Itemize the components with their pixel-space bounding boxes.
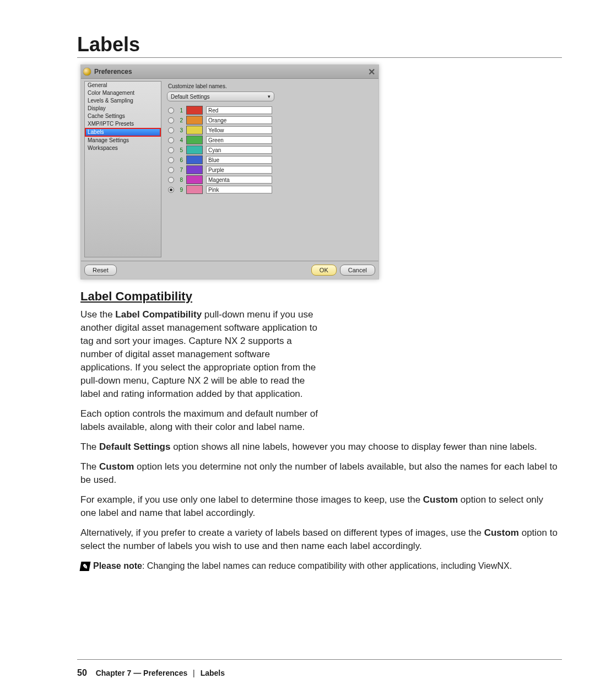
footer-chapter: Chapter 7 — Preferences (96, 669, 188, 677)
section-heading: Label Compatibility (80, 289, 562, 304)
body-p1: Use the Label Compatibility pull-down me… (80, 308, 323, 401)
chevron-down-icon: ▾ (268, 94, 271, 99)
label-number: 8 (177, 177, 183, 183)
label-number: 3 (177, 127, 183, 133)
label-radio-1[interactable] (168, 107, 174, 114)
dropdown-value: Default Settings (171, 94, 210, 100)
label-swatch-yellow (186, 126, 203, 134)
sidebar-item-general[interactable]: General (85, 82, 161, 89)
sidebar-item-display[interactable]: Display (85, 105, 161, 112)
label-name-input-6[interactable]: Blue (206, 156, 272, 164)
sidebar-item-xmp-iptc-presets[interactable]: XMP/IPTC Presets (85, 120, 161, 128)
label-swatch-red (186, 106, 203, 115)
label-radio-7[interactable] (168, 167, 174, 173)
label-swatch-orange (186, 116, 203, 125)
label-radio-3[interactable] (168, 127, 174, 133)
body-p4: The Custom option lets you determine not… (80, 460, 559, 487)
dialog-titlebar: Preferences ✕ (81, 65, 378, 79)
body-p2: Each option controls the maximum and def… (80, 407, 323, 434)
label-radio-6[interactable] (168, 157, 174, 163)
label-name-input-7[interactable]: Purple (206, 166, 272, 174)
preferences-dialog: Preferences ✕ GeneralColor ManagementLev… (80, 64, 379, 279)
label-swatch-green (186, 136, 203, 144)
label-number: 6 (177, 157, 183, 163)
sidebar-item-manage-settings[interactable]: Manage Settings (85, 137, 161, 144)
label-swatch-pink (186, 185, 203, 194)
label-row-4: 4Green (168, 136, 373, 144)
sidebar-item-color-management[interactable]: Color Management (85, 89, 161, 97)
preferences-sidebar: GeneralColor ManagementLevels & Sampling… (84, 81, 161, 257)
label-row-9: 9Pink (168, 185, 373, 194)
label-name-input-1[interactable]: Red (206, 106, 272, 114)
body-p5: For example, if you use only one label t… (80, 493, 559, 520)
label-name-input-2[interactable]: Orange (206, 116, 272, 124)
label-swatch-cyan (186, 146, 203, 154)
label-radio-9[interactable] (168, 187, 174, 193)
body-p3: The Default Settings option shows all ni… (80, 440, 559, 454)
label-swatch-blue (186, 155, 203, 164)
label-name-input-4[interactable]: Green (206, 136, 272, 144)
body-p6: Alternatively, if you prefer to create a… (80, 526, 559, 553)
label-number: 9 (177, 187, 183, 193)
panel-heading: Customize label names. (168, 83, 373, 89)
label-row-6: 6Blue (168, 155, 373, 164)
label-row-8: 8Magenta (168, 175, 373, 184)
label-row-3: 3Yellow (168, 126, 373, 134)
label-radio-5[interactable] (168, 147, 174, 153)
label-number: 7 (177, 167, 183, 173)
label-row-1: 1Red (168, 106, 373, 115)
dialog-title: Preferences (94, 68, 132, 76)
label-number: 1 (177, 107, 183, 114)
label-name-input-8[interactable]: Magenta (206, 176, 272, 184)
note-icon: ✎ (80, 562, 91, 571)
sidebar-item-workspaces[interactable]: Workspaces (85, 144, 161, 152)
label-radio-2[interactable] (168, 117, 174, 123)
app-icon (83, 68, 91, 76)
sidebar-item-labels[interactable]: Labels (85, 128, 161, 137)
page-footer: 50 Chapter 7 — Preferences | Labels (0, 663, 595, 678)
label-number: 4 (177, 137, 183, 143)
label-name-input-5[interactable]: Cyan (206, 146, 272, 154)
footer-section: Labels (201, 669, 225, 677)
label-row-5: 5Cyan (168, 146, 373, 154)
label-number: 5 (177, 147, 183, 153)
label-radio-8[interactable] (168, 177, 174, 183)
label-swatch-magenta (186, 175, 203, 184)
label-number: 2 (177, 117, 183, 123)
reset-button[interactable]: Reset (84, 265, 117, 276)
label-name-input-9[interactable]: Pink (206, 186, 272, 193)
close-icon[interactable]: ✕ (368, 67, 375, 77)
note-line: ✎ Please note: Changing the label names … (80, 559, 559, 573)
ok-button[interactable]: OK (311, 265, 337, 276)
page-number: 50 (77, 668, 87, 677)
sidebar-item-cache-settings[interactable]: Cache Settings (85, 112, 161, 120)
cancel-button[interactable]: Cancel (340, 265, 375, 276)
label-name-input-3[interactable]: Yellow (206, 126, 272, 134)
label-row-7: 7Purple (168, 165, 373, 174)
label-compatibility-dropdown[interactable]: Default Settings ▾ (167, 91, 274, 101)
sidebar-item-levels-sampling[interactable]: Levels & Sampling (85, 97, 161, 105)
page-heading: Labels (77, 33, 562, 58)
label-row-2: 2Orange (168, 116, 373, 125)
label-radio-4[interactable] (168, 137, 174, 143)
label-swatch-purple (186, 165, 203, 174)
